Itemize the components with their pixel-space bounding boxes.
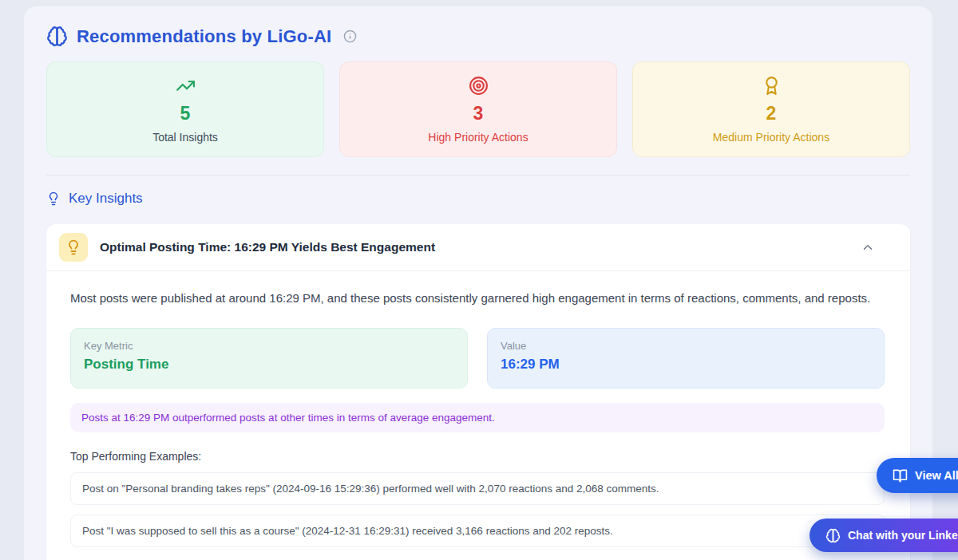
insight-card-header[interactable]: Optimal Posting Time: 16:29 PM Yields Be… — [46, 224, 910, 271]
view-all-label: View All — [915, 469, 958, 482]
value-box: Value 16:29 PM — [487, 328, 885, 388]
insight-description: Most posts were published at around 16:2… — [70, 289, 877, 307]
key-metric-box: Key Metric Posting Time — [70, 328, 468, 388]
chevron-up-icon[interactable] — [861, 240, 875, 254]
lightbulb-icon — [46, 191, 61, 206]
recommendations-panel: Recommendations by LiGo-AI 5 Total Insig… — [24, 6, 932, 560]
brain-icon — [46, 26, 68, 47]
key-metric-label: Key Metric — [84, 340, 454, 352]
value-value: 16:29 PM — [501, 357, 871, 373]
key-metric-value: Posting Time — [84, 357, 454, 373]
target-icon — [469, 76, 489, 96]
stat-card-medium-priority: 2 Medium Priority Actions — [632, 61, 910, 157]
key-insights-title: Key Insights — [69, 191, 143, 207]
insight-highlight: Posts at 16:29 PM outperformed posts at … — [70, 403, 885, 432]
stat-label: Medium Priority Actions — [713, 131, 829, 144]
stat-value: 3 — [473, 103, 484, 124]
insight-card: Optimal Posting Time: 16:29 PM Yields Be… — [46, 224, 910, 560]
example-row: Post on "Personal branding takes reps" (… — [70, 472, 885, 505]
section-divider — [46, 175, 910, 175]
insight-title: Optimal Posting Time: 16:29 PM Yields Be… — [100, 240, 861, 254]
book-open-icon — [893, 468, 908, 483]
stat-label: High Priority Actions — [428, 131, 528, 144]
examples-label: Top Performing Examples: — [70, 450, 885, 463]
stat-card-total-insights: 5 Total Insights — [46, 61, 324, 157]
stat-value: 2 — [766, 103, 777, 124]
example-row: Post "I was supposed to sell this as a c… — [70, 515, 885, 547]
stat-value: 5 — [180, 103, 191, 124]
value-label: Value — [501, 340, 871, 352]
page-header: Recommendations by LiGo-AI — [46, 26, 910, 47]
metric-row: Key Metric Posting Time Value 16:29 PM — [70, 328, 885, 388]
stat-card-high-priority: 3 High Priority Actions — [339, 61, 617, 157]
chat-button[interactable]: Chat with your LinkedIn — [810, 519, 958, 552]
lightbulb-icon — [65, 239, 81, 255]
stats-row: 5 Total Insights 3 High Priority Actions… — [46, 61, 910, 157]
brain-icon — [825, 528, 841, 543]
info-icon[interactable] — [343, 30, 357, 43]
stat-label: Total Insights — [152, 131, 218, 144]
view-all-button[interactable]: View All — [877, 458, 958, 493]
insight-card-body: Most posts were published at around 16:2… — [46, 271, 910, 547]
award-icon — [762, 76, 782, 96]
insight-badge — [59, 233, 88, 262]
page-title: Recommendations by LiGo-AI — [77, 26, 331, 47]
key-insights-heading: Key Insights — [46, 191, 910, 207]
trending-up-icon — [176, 76, 196, 96]
chat-button-label: Chat with your LinkedIn — [848, 529, 958, 542]
